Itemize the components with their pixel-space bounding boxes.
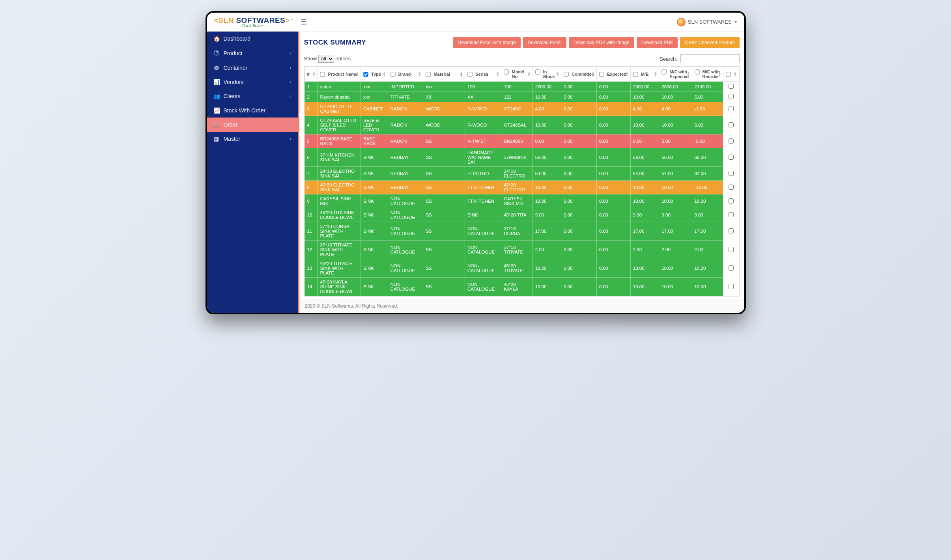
column-instock[interactable]: In Stock▲▼ xyxy=(532,67,561,82)
sidebar-item-label: Container xyxy=(224,65,248,71)
row-select-checkbox[interactable] xyxy=(729,106,734,111)
cell-committed: 0.00 xyxy=(561,194,597,208)
row-select-checkbox[interactable] xyxy=(729,265,734,271)
row-select-checkbox[interactable] xyxy=(729,94,734,99)
cell-me_exp: 2600.00 xyxy=(659,82,692,92)
column-chk[interactable]: ▲▼ xyxy=(723,67,739,82)
column-idx[interactable]: #▲▼ xyxy=(305,67,318,82)
cell-name: OT246C OTTO CABINET xyxy=(318,102,361,116)
row-select-checkbox[interactable] xyxy=(729,228,734,233)
cell-type: SELF & LED COVER xyxy=(361,116,388,134)
cell-type: SINK xyxy=(361,148,388,167)
column-series[interactable]: Series▲▼ xyxy=(465,67,501,82)
column-brand[interactable]: Brand▲▼ xyxy=(388,67,423,82)
sidebar-item-vendors[interactable]: 📊Vendors› xyxy=(207,75,298,89)
cell-model: BR24003 xyxy=(501,134,532,148)
row-select-checkbox[interactable] xyxy=(729,171,734,176)
download-pdf-image-button[interactable]: Download PDF with Image xyxy=(569,37,634,48)
column-checkbox-type[interactable] xyxy=(363,72,368,77)
table-row: 637 HM KITCHEN SINK SAISINKREDBAYSSHANDM… xyxy=(305,148,739,167)
sidebar-item-clients[interactable]: 👥Clients› xyxy=(207,89,298,103)
page-length-select[interactable]: All xyxy=(318,55,334,63)
column-checkbox-name[interactable] xyxy=(320,72,325,77)
cell-instock: 10.00 xyxy=(532,194,561,208)
cell-idx: 9 xyxy=(305,194,318,208)
column-checkbox-series[interactable] xyxy=(467,72,472,77)
cell-committed: 0.00 xyxy=(561,82,597,92)
table-row: 1237*18 TITIVATE SINK WITH PLATESINKNON … xyxy=(305,241,739,259)
cell-committed: 0.00 xyxy=(561,134,597,148)
table-row: 1137*18 CORSA SINK WITH PLATESINKNON CAT… xyxy=(305,222,739,241)
column-checkbox-model[interactable] xyxy=(504,69,509,74)
row-select-checkbox[interactable] xyxy=(729,122,734,127)
chevron-right-icon: › xyxy=(290,122,291,127)
column-material[interactable]: Material▲▼ xyxy=(423,67,465,82)
column-checkbox-me_reord[interactable] xyxy=(695,69,699,74)
row-select-checkbox[interactable] xyxy=(729,212,734,217)
sidebar-item-label: Order xyxy=(224,121,238,128)
cell-material: SS xyxy=(423,259,465,278)
column-committed[interactable]: Committed▲▼ xyxy=(561,67,597,82)
sidebar-item-stock-with-order[interactable]: 📈Stock With Order xyxy=(207,103,298,118)
logo[interactable]: < SLN SOFTWARES > ™ _ Think Better... xyxy=(214,16,294,28)
cell-series: HANDMADE W/O NAME SAI xyxy=(465,148,501,167)
row-select-checkbox[interactable] xyxy=(729,155,734,160)
row-select-checkbox[interactable] xyxy=(729,84,734,89)
sidebar-item-master[interactable]: ▦Master› xyxy=(207,132,298,146)
row-select-checkbox[interactable] xyxy=(729,198,734,203)
cell-me_reord: -5.00 xyxy=(692,134,723,148)
cell-model: 122 xyxy=(501,92,532,102)
cell-model: 45*20 TITIVATE xyxy=(501,259,532,278)
cell-expected: 0.00 xyxy=(597,208,631,222)
cell-expected: 0.00 xyxy=(597,278,631,296)
row-checkbox-cell xyxy=(723,222,739,241)
column-checkbox-material[interactable] xyxy=(426,72,431,77)
sidebar-item-container[interactable]: ⛃Container› xyxy=(207,61,298,75)
column-expected[interactable]: Expected▲▼ xyxy=(597,67,631,82)
column-checkbox-chk[interactable] xyxy=(726,72,731,77)
column-me_reord[interactable]: M/E with Reorder▲▼ xyxy=(692,67,723,82)
cell-material: SS xyxy=(423,208,465,222)
cell-brand: NON CATLOGUE xyxy=(388,208,423,222)
row-select-checkbox[interactable] xyxy=(729,185,734,190)
download-excel-image-button[interactable]: Download Excel with Image xyxy=(453,37,520,48)
search-input[interactable] xyxy=(680,54,740,63)
sort-icon: ▲▼ xyxy=(312,71,316,77)
menu-toggle-icon[interactable]: ☰ xyxy=(301,18,307,26)
cell-me_reord: 10.00 xyxy=(692,278,723,296)
column-checkbox-me[interactable] xyxy=(633,72,638,77)
download-pdf-button[interactable]: Download PDF xyxy=(637,37,678,48)
column-checkbox-me_exp[interactable] xyxy=(662,69,667,74)
column-model[interactable]: Model No▲▼ xyxy=(501,67,532,82)
cell-instock: 17.00 xyxy=(532,222,561,241)
cell-name: 45*20 KAYLA SHINE SINK DOUBLE BOWL xyxy=(318,278,361,296)
column-label: # xyxy=(307,72,310,77)
column-checkbox-brand[interactable] xyxy=(390,72,395,77)
cell-me: 10.00 xyxy=(630,181,659,194)
cell-me_reord: 5.00 xyxy=(692,92,723,102)
download-excel-button[interactable]: Download Excel xyxy=(523,37,566,48)
row-checkbox-cell xyxy=(723,116,739,134)
sidebar-item-product[interactable]: ⓅProduct› xyxy=(207,46,298,61)
sidebar-item-dashboard[interactable]: 🏠Dashboard xyxy=(207,32,298,46)
row-select-checkbox[interactable] xyxy=(729,138,734,144)
sidebar: 🏠DashboardⓅProduct›⛃Container›📊Vendors›👥… xyxy=(207,32,298,313)
user-menu[interactable]: SLN SOFTWARES xyxy=(677,18,737,26)
sidebar-item-order[interactable]: 🛒Order› xyxy=(207,118,298,132)
column-checkbox-committed[interactable] xyxy=(564,72,569,77)
column-me[interactable]: M/E▲▼ xyxy=(630,67,659,82)
row-checkbox-cell xyxy=(723,134,739,148)
column-type[interactable]: Type▲▼ xyxy=(361,67,388,82)
cell-series: R-WOOD xyxy=(465,116,501,134)
row-select-checkbox[interactable] xyxy=(729,284,734,289)
column-name[interactable]: Product Name▲▼ xyxy=(318,67,361,82)
column-checkbox-instock[interactable] xyxy=(535,69,540,74)
cell-idx: 10 xyxy=(305,208,318,222)
cell-name: 37*18 CORSA SINK WITH PLATE xyxy=(318,222,361,241)
sort-icon: ▲▼ xyxy=(355,71,359,77)
column-checkbox-expected[interactable] xyxy=(599,72,604,77)
order-checked-button[interactable]: Order Checked Product xyxy=(680,37,739,48)
cell-me_exp: 54.00 xyxy=(659,167,692,181)
column-me_exp[interactable]: M/E with Expected▲▼ xyxy=(659,67,692,82)
row-select-checkbox[interactable] xyxy=(729,247,734,252)
